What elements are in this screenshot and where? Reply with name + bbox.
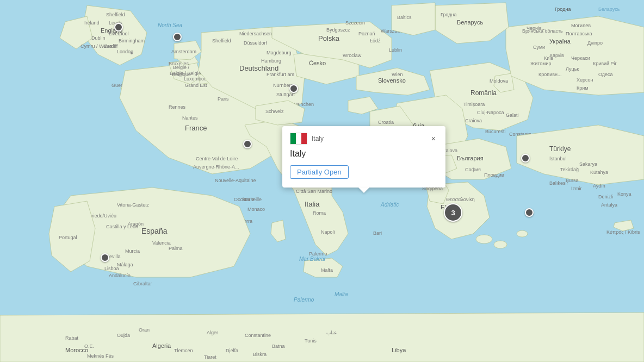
marker-luxembourg[interactable]	[289, 84, 298, 93]
svg-text:Portugal: Portugal	[59, 235, 77, 240]
svg-text:Moldova: Moldova	[490, 78, 508, 84]
svg-text:Türkiye: Türkiye	[549, 145, 571, 153]
flag-red	[301, 133, 307, 144]
svg-text:Andalucía: Andalucía	[109, 273, 131, 278]
svg-text:Беларусь: Беларусь	[457, 19, 483, 26]
svg-text:Napoli: Napoli	[321, 229, 335, 235]
svg-text:Беларусь: Беларусь	[598, 7, 620, 12]
svg-text:Meknès Fès: Meknès Fès	[87, 353, 114, 359]
svg-text:France: France	[185, 124, 207, 132]
svg-text:Centre-Val de Loire: Centre-Val de Loire	[196, 156, 238, 161]
popup-header-left: Italy	[290, 133, 324, 145]
svg-text:Bruxelles: Bruxelles	[169, 61, 189, 66]
svg-text:Liverpool: Liverpool	[109, 31, 129, 36]
svg-text:Θεσσαλονίκη: Θεσσαλονίκη	[446, 197, 475, 202]
country-popup: Italy × Italy Partially Open	[282, 126, 445, 188]
svg-text:Adriatic: Adriatic	[380, 202, 399, 208]
marker-uk[interactable]	[114, 23, 123, 32]
svg-text:Constantine: Constantine	[245, 333, 271, 338]
svg-text:България: България	[457, 155, 484, 161]
svg-text:Пловдив: Пловдив	[484, 172, 504, 178]
svg-text:Deutschland: Deutschland	[239, 64, 278, 72]
svg-point-92	[494, 241, 507, 248]
svg-text:Дніпро: Дніпро	[587, 40, 603, 46]
flag-green	[290, 133, 296, 144]
svg-text:Nouvelle-Aquitaine: Nouvelle-Aquitaine	[215, 178, 256, 183]
svg-text:Гродна: Гродна	[555, 7, 571, 12]
svg-text:Croatia: Croatia	[378, 120, 394, 125]
svg-text:Nantes: Nantes	[182, 115, 198, 121]
svg-text:Одеса: Одеса	[598, 72, 613, 77]
svg-text:Djelfa: Djelfa	[226, 348, 238, 353]
svg-text:Bari: Bari	[373, 230, 382, 236]
svg-text:Житомир: Житомир	[530, 61, 552, 66]
svg-text:Rabat: Rabat	[65, 335, 79, 341]
svg-text:Oujda: Oujda	[117, 333, 130, 338]
svg-text:Magdeburg: Magdeburg	[267, 50, 292, 55]
svg-point-93	[517, 230, 528, 237]
svg-text:Lisboa: Lisboa	[104, 266, 119, 271]
svg-text:España: España	[141, 227, 168, 235]
svg-text:Denizli: Denizli	[598, 194, 613, 199]
svg-text:Morocco: Morocco	[65, 347, 88, 353]
svg-text:Schweiz: Schweiz	[265, 109, 284, 114]
popup-country-name: Italy	[290, 149, 438, 159]
svg-text:Timișoara: Timișoara	[463, 102, 485, 107]
popup-header: Italy ×	[290, 133, 438, 145]
svg-text:Česko: Česko	[309, 60, 326, 66]
popup-country-label: Italy	[312, 135, 324, 142]
marker-cluster-balkans[interactable]: 3	[444, 203, 462, 222]
map-container: .ocean { fill: #a8d8ea; } .land { fill: …	[0, 0, 644, 362]
svg-text:Monaco: Monaco	[247, 207, 265, 212]
svg-text:Tlemcen: Tlemcen	[174, 348, 193, 353]
svg-text:Roma: Roma	[313, 210, 326, 216]
svg-text:Kütahya: Kütahya	[590, 170, 608, 175]
svg-point-155	[131, 52, 133, 54]
svg-text:Aragón: Aragón	[128, 221, 144, 227]
svg-text:Paris: Paris	[218, 96, 229, 102]
svg-text:Valencia: Valencia	[152, 240, 171, 246]
svg-text:Szczecin: Szczecin	[345, 20, 365, 26]
svg-text:Rennes: Rennes	[169, 104, 186, 110]
svg-text:Libya: Libya	[392, 347, 406, 353]
svg-text:Algeria: Algeria	[152, 342, 171, 349]
svg-text:Bydgoszcz: Bydgoszcz	[326, 27, 350, 33]
svg-text:Murcia: Murcia	[125, 248, 140, 254]
svg-text:Sakarya: Sakarya	[579, 161, 597, 167]
marker-bulgaria[interactable]	[525, 208, 534, 217]
marker-france[interactable]	[243, 140, 252, 148]
svg-text:Alger: Alger	[207, 330, 218, 335]
svg-text:Луцьк: Луцьк	[566, 66, 579, 72]
popup-status-button[interactable]: Partially Open	[290, 165, 349, 179]
svg-text:Slovensko: Slovensko	[378, 77, 406, 84]
svg-text:Málaga: Málaga	[117, 262, 133, 267]
marker-portugal[interactable]	[101, 253, 109, 262]
svg-text:Biskra: Biskra	[253, 352, 267, 357]
svg-text:София: София	[465, 167, 481, 172]
svg-text:Batna: Batna	[272, 344, 285, 349]
svg-text:Hamburg: Hamburg	[261, 58, 281, 64]
popup-close-button[interactable]: ×	[429, 134, 438, 143]
svg-text:Galati: Galati	[506, 113, 519, 118]
svg-text:Grand Est: Grand Est	[185, 83, 207, 88]
svg-text:Malta: Malta	[321, 267, 333, 273]
svg-text:Кривий Ріг: Кривий Ріг	[593, 61, 617, 66]
svg-text:Dublin: Dublin	[91, 35, 106, 41]
svg-text:Lublin: Lublin	[389, 47, 402, 53]
svg-text:Craiova: Craiova	[465, 118, 482, 123]
svg-text:Gibraltar: Gibraltar	[133, 281, 152, 286]
svg-text:Città San Marino: Città San Marino	[296, 189, 332, 194]
svg-text:Wien: Wien	[392, 72, 403, 77]
marker-romania[interactable]	[521, 154, 530, 163]
svg-text:Bucuresti: Bucuresti	[485, 129, 506, 134]
svg-text:Кропивн...: Кропивн...	[538, 72, 561, 77]
svg-text:Malta: Malta	[335, 291, 348, 297]
svg-text:Birmingham: Birmingham	[119, 38, 145, 43]
svg-text:Vitoria-Gasteiz: Vitoria-Gasteiz	[117, 202, 149, 208]
svg-text:Amsterdam: Amsterdam	[171, 49, 196, 54]
marker-netherlands[interactable]	[173, 33, 182, 41]
svg-text:Полтавська: Полтавська	[566, 31, 592, 36]
svg-text:Italia: Italia	[305, 200, 320, 208]
svg-text:Чернів...: Чернів...	[527, 26, 546, 31]
svg-point-91	[476, 235, 492, 244]
